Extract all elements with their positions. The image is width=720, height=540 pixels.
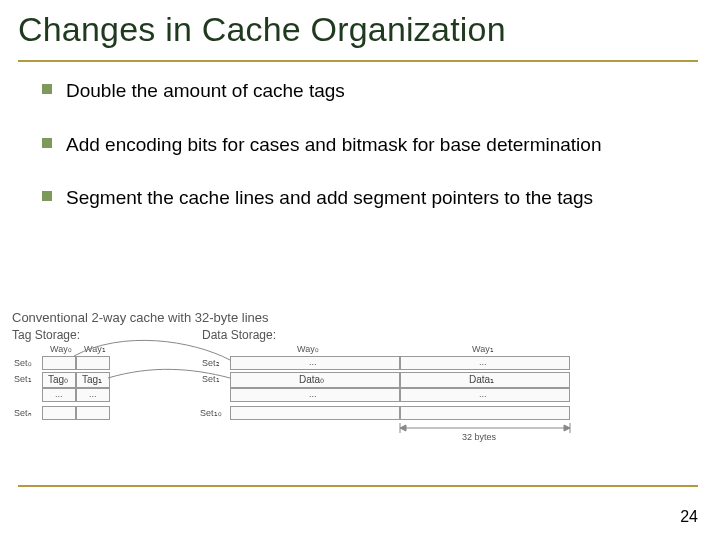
- square-bullet-icon: [42, 138, 52, 148]
- bullet-text: Segment the cache lines and add segment …: [66, 185, 593, 211]
- footer-rule: [18, 485, 698, 487]
- list-item: Add encoding bits for cases and bitmask …: [42, 132, 682, 158]
- square-bullet-icon: [42, 84, 52, 94]
- square-bullet-icon: [42, 191, 52, 201]
- bullet-list: Double the amount of cache tags Add enco…: [42, 78, 682, 239]
- page-number: 24: [680, 508, 698, 526]
- bullet-text: Double the amount of cache tags: [66, 78, 345, 104]
- slide-title: Changes in Cache Organization: [18, 10, 506, 49]
- connector-lines: [12, 310, 652, 460]
- list-item: Double the amount of cache tags: [42, 78, 682, 104]
- bytes-label: 32 bytes: [462, 432, 496, 442]
- list-item: Segment the cache lines and add segment …: [42, 185, 682, 211]
- bullet-text: Add encoding bits for cases and bitmask …: [66, 132, 601, 158]
- cache-diagram: Conventional 2-way cache with 32-byte li…: [12, 310, 652, 460]
- svg-marker-4: [564, 425, 570, 431]
- svg-marker-3: [400, 425, 406, 431]
- title-underline: [18, 60, 698, 62]
